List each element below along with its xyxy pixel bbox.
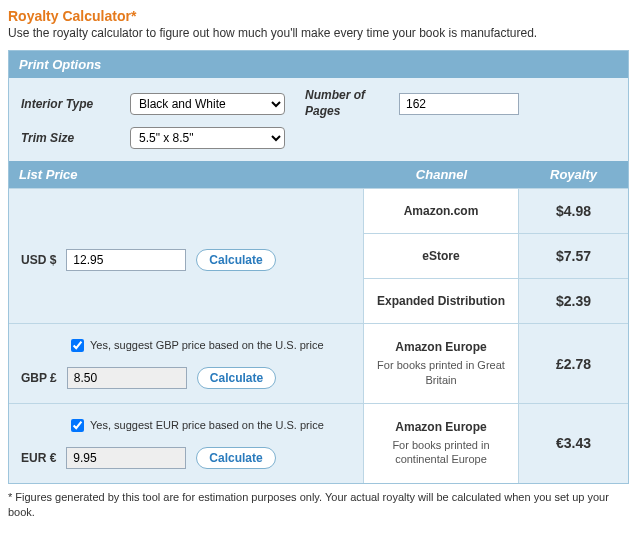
footnote: * Figures generated by this tool are for… <box>8 490 629 521</box>
channel-expanded: Expanded Distribution <box>372 294 510 308</box>
trim-size-select[interactable]: 5.5" x 8.5" <box>130 127 285 149</box>
pages-label: Number of Pages <box>305 88 385 119</box>
calculate-gbp-button[interactable]: Calculate <box>197 367 276 389</box>
channel-estore: eStore <box>372 249 510 263</box>
usd-row: USD $ Calculate Amazon.com $4.98 eStore … <box>9 188 628 323</box>
eur-input[interactable] <box>66 447 186 469</box>
royalty-amazon: $4.98 <box>519 189 628 233</box>
channel-amazon: Amazon.com <box>372 204 510 218</box>
eur-suggest-checkbox[interactable] <box>71 419 84 432</box>
royalty-eur: €3.43 <box>519 404 628 483</box>
calculator-panel: Print Options Interior Type Black and Wh… <box>8 50 629 484</box>
channel-gbp-sub: For books printed in Great Britain <box>372 358 510 387</box>
gbp-row: Yes, suggest GBP price based on the U.S.… <box>9 323 628 403</box>
calculate-eur-button[interactable]: Calculate <box>196 447 275 469</box>
royalty-gbp: £2.78 <box>519 324 628 403</box>
trim-size-label: Trim Size <box>21 131 116 145</box>
page-title: Royalty Calculator* <box>8 8 629 24</box>
calculate-usd-button[interactable]: Calculate <box>196 249 275 271</box>
royalty-expanded: $2.39 <box>519 279 628 323</box>
royalty-estore: $7.57 <box>519 234 628 278</box>
list-price-header: List Price Channel Royalty <box>9 161 628 188</box>
usd-input[interactable] <box>66 249 186 271</box>
channel-gbp: Amazon Europe <box>372 340 510 354</box>
channel-eur-sub: For books printed in continental Europe <box>372 438 510 467</box>
interior-type-select[interactable]: Black and White <box>130 93 285 115</box>
eur-label: EUR € <box>21 451 56 465</box>
gbp-suggest-label: Yes, suggest GBP price based on the U.S.… <box>90 338 324 353</box>
channel-eur: Amazon Europe <box>372 420 510 434</box>
print-options: Interior Type Black and White Number of … <box>9 78 628 161</box>
print-options-header: Print Options <box>9 51 628 78</box>
gbp-label: GBP £ <box>21 371 57 385</box>
eur-suggest-label: Yes, suggest EUR price based on the U.S.… <box>90 418 324 433</box>
gbp-suggest-checkbox[interactable] <box>71 339 84 352</box>
pages-input[interactable] <box>399 93 519 115</box>
interior-type-label: Interior Type <box>21 97 116 111</box>
usd-label: USD $ <box>21 253 56 267</box>
gbp-input[interactable] <box>67 367 187 389</box>
page-subtitle: Use the royalty calculator to figure out… <box>8 26 629 40</box>
eur-row: Yes, suggest EUR price based on the U.S.… <box>9 403 628 483</box>
